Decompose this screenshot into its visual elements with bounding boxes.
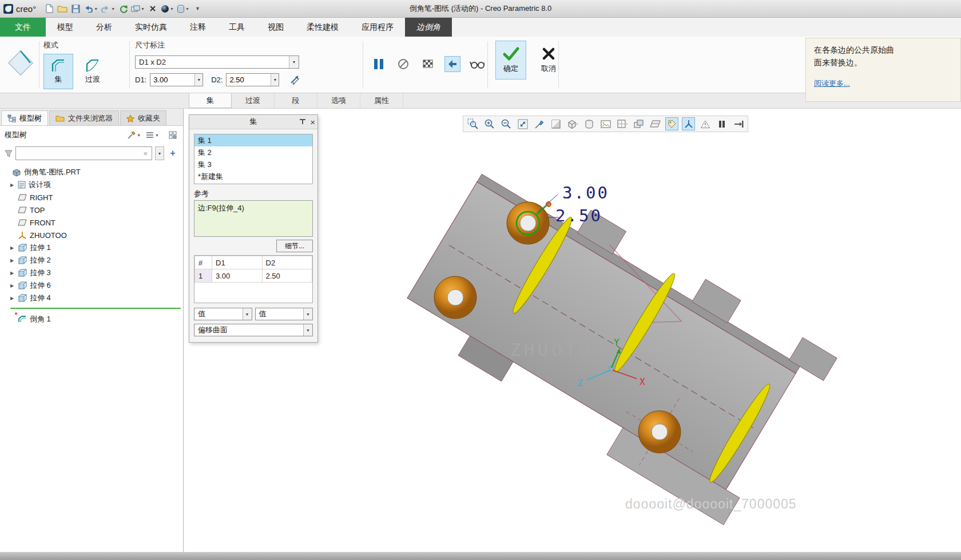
tree-item-csys[interactable]: ▶ ZHUOTOO [0, 229, 183, 241]
mode-transition-button[interactable]: 过渡 [78, 54, 108, 89]
close-panel-icon[interactable]: × [310, 118, 315, 126]
boss-3[interactable] [638, 411, 681, 453]
display-style-caret-icon[interactable]: ▼ [185, 7, 189, 11]
spin-center-icon[interactable] [682, 117, 695, 130]
row-number-cell[interactable]: 1 [195, 269, 212, 283]
tab-model-tree[interactable]: 模型树 [1, 110, 48, 125]
sets-panel-titlebar[interactable]: 集 × [189, 115, 317, 129]
annotation-display-icon[interactable] [665, 117, 678, 130]
ribbon-tab-model[interactable]: 模型 [46, 18, 85, 37]
tab-folder-browser[interactable]: 文件夹浏览器 [49, 110, 119, 125]
expand-arrow-icon[interactable]: ▶ [9, 182, 15, 188]
tree-item-part[interactable]: ▶ 倒角笔-图纸.PRT [0, 166, 183, 178]
ok-button[interactable]: 确定 [495, 41, 526, 80]
tree-item-extrude-1[interactable]: ▶ 拉伸 1 [0, 241, 183, 254]
saved-orientations-icon[interactable] [615, 117, 629, 130]
d1-value-combo[interactable]: ▼ [150, 73, 203, 86]
verify-glasses-icon[interactable] [469, 56, 485, 72]
refit-icon[interactable] [516, 117, 529, 130]
dock-pin-icon[interactable] [299, 118, 307, 125]
view-manager-icon[interactable] [632, 117, 645, 130]
d2-type-dropdown[interactable]: 值 ▼ [255, 308, 313, 320]
offset-surface-dropdown[interactable]: 偏移曲面 ▼ [194, 324, 313, 336]
d1-cell[interactable]: 3.00 [212, 269, 263, 283]
tree-settings-button[interactable] [167, 130, 178, 140]
dashboard-tab-properties[interactable]: 属性 [360, 93, 403, 108]
shading-icon[interactable] [549, 117, 562, 130]
ribbon-tab-view[interactable]: 视图 [256, 18, 295, 37]
d1-value-input[interactable] [150, 76, 194, 84]
dashboard-tab-pieces[interactable]: 段 [275, 93, 317, 108]
tree-item-design-items[interactable]: ▶ 设计项 [0, 178, 183, 191]
set-list-item-new[interactable]: *新建集 [194, 170, 312, 182]
zoom-in-icon[interactable] [483, 117, 496, 130]
tree-item-extrude-6[interactable]: ▶ 拉伸 6 [0, 279, 183, 292]
close-window-icon[interactable] [147, 2, 158, 15]
capture-image-icon[interactable] [599, 117, 612, 130]
dimension-d2-text[interactable]: 2.50 [555, 206, 602, 225]
table-row[interactable]: 1 3.00 2.50 [195, 269, 312, 283]
dropdown-arrow-icon[interactable]: ▼ [303, 324, 312, 336]
dropdown-arrow-icon[interactable]: ▼ [243, 308, 252, 320]
tree-item-extrude-4[interactable]: ▶ 拉伸 4 [0, 292, 183, 304]
ribbon-tab-analysis[interactable]: 分析 [85, 18, 124, 37]
display-style-icon[interactable] [566, 117, 579, 130]
model-tree-filter-input[interactable] [19, 149, 142, 157]
windows-switch-button[interactable]: ▼ [130, 2, 145, 15]
tree-item-chamfer-1[interactable]: ▶ * 倒角 1 [0, 313, 183, 325]
save-icon[interactable] [70, 2, 81, 15]
expand-arrow-icon[interactable]: ▶ [9, 283, 15, 288]
filter-dropdown-icon[interactable]: ▼ [155, 146, 164, 160]
dimension-d1-text[interactable]: 3.00 [562, 183, 609, 202]
add-filter-button[interactable]: + [167, 146, 178, 160]
regenerate-icon[interactable] [117, 2, 129, 15]
customize-qat-button[interactable]: ▼ [192, 2, 203, 15]
tree-item-extrude-2[interactable]: ▶ 拉伸 2 [0, 254, 183, 267]
clear-filter-icon[interactable]: × [142, 149, 149, 158]
flip-dimensions-icon[interactable] [289, 75, 301, 85]
ribbon-tab-live-simulation[interactable]: 实时仿真 [124, 18, 178, 37]
dashboard-tab-transitions[interactable]: 过渡 [232, 93, 275, 108]
ribbon-tab-edge-chamfer[interactable]: 边倒角 [405, 18, 452, 37]
dropdown-arrow-icon[interactable]: ▼ [194, 74, 202, 86]
d2-value-combo[interactable]: ▼ [226, 73, 279, 86]
redo-button[interactable]: ▼ [100, 2, 116, 15]
resume-exit-icon[interactable] [732, 117, 745, 130]
attached-preview-icon[interactable] [444, 56, 460, 72]
ribbon-tab-tools[interactable]: 工具 [217, 18, 256, 37]
open-file-icon[interactable] [57, 2, 68, 15]
dashboard-tab-sets[interactable]: 集 [189, 93, 232, 108]
new-file-icon[interactable] [43, 2, 55, 15]
repaint-icon[interactable] [533, 117, 546, 130]
pause-stream-icon[interactable] [715, 117, 728, 130]
ribbon-tab-file[interactable]: 文件 [0, 18, 46, 37]
appearance-gallery-button[interactable]: ▼ [160, 2, 174, 15]
set-list-item-3[interactable]: 集 3 [194, 158, 312, 170]
ribbon-tab-applications[interactable]: 应用程序 [350, 18, 405, 37]
boss-2[interactable] [434, 276, 476, 319]
ribbon-tab-annotate[interactable]: 注释 [178, 18, 217, 37]
expand-arrow-icon[interactable]: ▶ [9, 271, 15, 276]
dropdown-arrow-icon[interactable]: ▼ [271, 74, 279, 86]
d2-value-input[interactable] [227, 76, 271, 84]
tree-item-right-plane[interactable]: ▶ RIGHT [0, 191, 183, 204]
d2-cell[interactable]: 2.50 [262, 269, 312, 283]
dropdown-arrow-icon[interactable]: ▼ [289, 56, 299, 68]
zoom-out-icon[interactable] [499, 117, 513, 130]
section-icon[interactable] [582, 117, 595, 130]
unattached-preview-icon[interactable] [420, 56, 436, 72]
tree-item-top-plane[interactable]: ▶ TOP [0, 204, 183, 216]
tree-item-front-plane[interactable]: ▶ FRONT [0, 216, 183, 229]
reference-collector[interactable]: 边:F9(拉伸_4) [194, 200, 313, 237]
details-button[interactable]: 细节... [276, 240, 313, 252]
tree-filters-button[interactable]: ▼ [125, 130, 142, 141]
set-list-item-1[interactable]: 集 1 [194, 134, 312, 146]
insertion-point-line[interactable] [10, 308, 181, 309]
pause-icon[interactable] [371, 56, 387, 72]
windows-caret-icon[interactable]: ▼ [141, 7, 145, 11]
tab-favorites[interactable]: 收藏夹 [120, 110, 166, 125]
read-more-link[interactable]: 阅读更多... [814, 78, 850, 89]
no-preview-icon[interactable] [395, 56, 411, 72]
undo-caret-icon[interactable]: ▼ [94, 7, 98, 11]
mode-set-button[interactable]: 集 [43, 54, 73, 89]
